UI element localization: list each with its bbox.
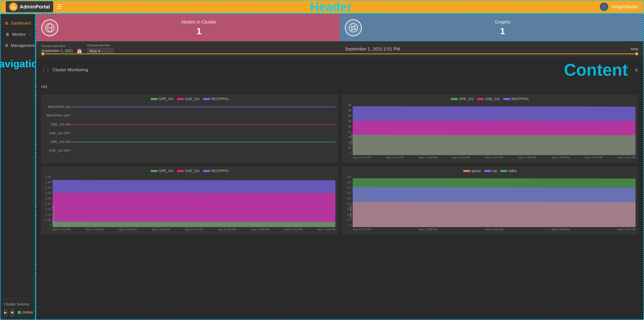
memory-chart-svg: [52, 175, 336, 227]
mem-time-2: Sep 1 2:55 PM: [119, 228, 137, 231]
cpu-legend-color-gpe: [451, 98, 458, 100]
cpu-time-5: Sep 1 2:58 PM: [518, 156, 536, 159]
svg-marker-38: [52, 222, 336, 227]
stat-card-graphs: Graphs 1: [340, 14, 643, 41]
slider-thumb-left[interactable]: [41, 52, 44, 55]
y-val: 0: [350, 224, 351, 227]
cpu-time-1: Sep 1 2:54 PM: [386, 156, 404, 159]
y-val: 50: [348, 103, 351, 107]
cpu-legend-gpe: GPE_1#1: [451, 97, 474, 101]
legend-restpp: RESTPP#1: [203, 97, 229, 101]
mem-legend-restpp: RESTPP#1: [203, 169, 229, 173]
disk-chart-area: 0.9 0.8 0.7 0.6 0.5 0.4 0.3 0.2 0.1 0: [344, 175, 636, 232]
cpu-time-2: Sep 1 2:55 PM: [419, 156, 437, 159]
mem-legend-color-gpe: [151, 170, 158, 172]
cpu-y-axis-label: CPU (%): [350, 133, 354, 145]
disk-legend-color-gstore: [463, 170, 470, 172]
cpu-x-axis: Sep 1 2:53 PM Sep 1 2:54 PM Sep 1 2:55 P…: [353, 155, 636, 160]
grid-icon: ⋮⋮: [41, 67, 50, 72]
y-val: 0.25: [46, 197, 51, 200]
cpu-chart: GPE_1#1 GSE_1#1 RESTPP#1: [342, 94, 638, 163]
graphs-stat-title: Graphs: [367, 19, 638, 25]
process-line-gpe-on: [71, 142, 336, 142]
process-line-restpp-on: [71, 107, 336, 107]
mem-legend-color-gse: [177, 170, 184, 172]
sidebar-item-monitor[interactable]: 🖥 Monitor ›: [1, 29, 35, 40]
slider-track: [41, 53, 638, 54]
svg-marker-26: [353, 135, 636, 155]
svg-point-1: [12, 6, 14, 8]
sidebar-item-label-management: Management: [11, 43, 34, 48]
stop-button[interactable]: ⏹: [10, 309, 14, 316]
graphs-icon: [345, 19, 362, 36]
cluster-monitoring-header: ⋮⋮ Cluster Monitoring Content ∧: [41, 60, 638, 80]
cpu-time-6: Sep 1 2:59 PM: [551, 156, 569, 159]
process-label-restpp-on: RESTPP#1 ON: [44, 105, 70, 109]
y-val: 0.20: [46, 202, 51, 206]
sidebar-item-management[interactable]: ⚙ Management ›: [1, 40, 35, 51]
content-area: Nodes in Cluster 1: [36, 13, 644, 320]
process-label-gpe-on: GPE_1#1 ON: [44, 140, 70, 144]
mem-legend-gse: GSE_1#1: [177, 169, 200, 173]
cpu-time-0: Sep 1 2:53 PM: [353, 156, 370, 159]
mem-time-1: Sep 1 2:54 PM: [86, 228, 104, 231]
time-slider[interactable]: [41, 53, 638, 55]
username-label: GraphStudio: [612, 4, 638, 9]
disk-legend-gstore: gstore: [463, 169, 481, 173]
disk-chart-svg: [353, 175, 636, 227]
mem-legend-label-gpe: GPE_1#1: [159, 169, 174, 173]
cpu-chart-inner: 50 45 40 35 30 25 20 15 10 5: [344, 103, 636, 160]
cpu-chart-wrapper: Sep 1 2:53 PM Sep 1 2:54 PM Sep 1 2:55 P…: [353, 103, 636, 160]
node-label: m1: [41, 82, 638, 91]
process-row-gpe-off: GPE_1#1 OFF: [71, 148, 336, 153]
sidebar: ⊞ Dashboard 🖥 Monitor › ⚙ Management › N…: [0, 13, 36, 320]
disk-y-axis-label: Disk (GB): [349, 205, 353, 218]
online-badge: Online: [18, 310, 33, 315]
y-val: 0.7: [347, 186, 351, 189]
disk-x-axis: Sep 1 2:57 PM Sep 1 2:58 PM Sep 1 2:59 P…: [353, 227, 636, 232]
y-val: 10: [348, 146, 351, 150]
disk-legend-label-kafka: kafka: [508, 169, 516, 173]
slider-thumb-right[interactable]: [635, 52, 638, 55]
disk-time-3: Sep 1 3:00 PM: [551, 228, 569, 231]
process-chart-area: RESTPP#1 ON RESTPP#1 OFF GSE_1#1 ON: [44, 103, 336, 160]
header-right: 👤 GraphStudio: [600, 2, 638, 11]
disk-legend-label-log: log: [492, 169, 497, 173]
now-label: Now: [631, 47, 638, 51]
cluster-service-title: Cluster Service: [4, 302, 32, 307]
mem-legend-gpe: GPE_1#1: [151, 169, 174, 173]
legend-gse: GSE_1#1: [177, 97, 200, 101]
sidebar-item-label-monitor: Monitor: [12, 32, 27, 37]
y-val: 40: [348, 114, 351, 117]
disk-legend-color-log: [484, 170, 491, 172]
y-val: 0.6: [347, 192, 351, 195]
header-left: AdminPortal ☰: [6, 1, 62, 12]
center-time-display: September 1, 2021 2:51 PM: [119, 46, 626, 52]
process-legend: GPE_1#1 GSE_1#1 RESTPP#1: [44, 97, 336, 101]
y-val: 30: [348, 125, 351, 128]
mem-time-5: Sep 1 2:58 PM: [218, 228, 236, 231]
y-val: 35: [348, 120, 351, 123]
hamburger-button[interactable]: ☰: [56, 3, 62, 10]
mem-legend-label-restpp: RESTPP#1: [212, 169, 229, 173]
cpu-legend-label-restpp: RESTPP#1: [512, 97, 529, 101]
app-logo-icon: [9, 2, 18, 11]
cpu-legend-restpp: RESTPP#1: [504, 97, 529, 101]
process-row-gse-on: GSE_1#1 ON: [71, 122, 336, 127]
section-title-text: Cluster Monitoring: [52, 67, 88, 72]
graphs-stat-value: 1: [367, 26, 638, 36]
play-button[interactable]: ▶: [4, 309, 7, 316]
y-val: 0.45: [46, 175, 51, 179]
nodes-stat-title: Nodes in Cluster: [63, 19, 335, 25]
user-avatar-icon[interactable]: 👤: [600, 2, 608, 11]
legend-label-gse: GSE_1#1: [185, 97, 200, 101]
process-label-gse-on: GSE_1#1 ON: [44, 123, 70, 126]
cpu-legend: GPE_1#1 GSE_1#1 RESTPP#1: [344, 97, 636, 101]
chevron-right-icon: ›: [30, 32, 31, 36]
y-val: 0.40: [46, 181, 51, 184]
management-icon: ⚙: [5, 43, 8, 48]
sidebar-item-dashboard[interactable]: ⊞ Dashboard: [1, 17, 35, 29]
bottom-charts-grid: GPE_1#1 GSE_1#1 RESTPP#1: [41, 166, 638, 235]
top-charts-grid: GPE_1#1 GSE_1#1 RESTPP#1: [41, 94, 638, 163]
collapse-button[interactable]: ∧: [635, 67, 638, 73]
